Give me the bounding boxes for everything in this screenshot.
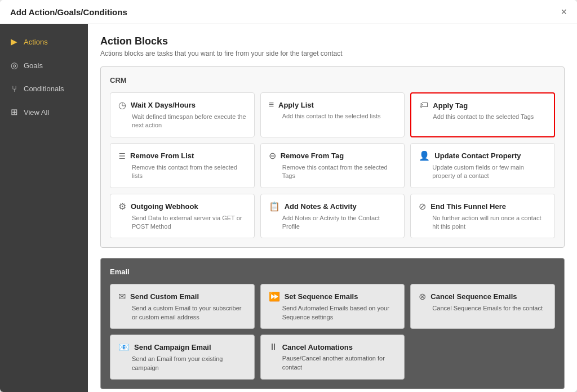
- outgoing-webhook-desc: Send Data to external server via GET or …: [118, 214, 246, 231]
- remove-list-title: Remove From List: [130, 152, 194, 160]
- add-notes-desc: Add Notes or Activity to the Contact Pro…: [269, 214, 397, 231]
- goals-icon: ◎: [9, 60, 19, 70]
- email-card-send-custom-email[interactable]: ✉Send Custom EmailSend a custom Email to…: [110, 284, 255, 329]
- email-grid: ✉Send Custom EmailSend a custom Email to…: [110, 284, 555, 380]
- update-contact-desc: Update custom fields or few main propert…: [419, 163, 547, 181]
- end-funnel-desc: No further action will run once a contac…: [419, 214, 547, 231]
- email-section: Email ✉Send Custom EmailSend a custom Em…: [100, 258, 565, 389]
- crm-card-remove-tag[interactable]: ⊖Remove From TagRemove this contact from…: [260, 143, 405, 188]
- update-contact-title: Update Contact Property: [434, 152, 521, 160]
- modal-container: Add Action/Goals/Conditions × ▶Actions◎G…: [0, 0, 577, 392]
- page-subtitle: Actions blocks are tasks that you want t…: [100, 50, 565, 57]
- wait-title: Wait X Days/Hours: [131, 101, 196, 109]
- crm-section-label: CRM: [110, 76, 555, 84]
- crm-card-apply-tag[interactable]: 🏷Apply TagAdd this contact to the select…: [410, 92, 555, 137]
- view-all-icon: ⊞: [9, 107, 19, 117]
- end-funnel-icon: ⊘: [419, 201, 426, 212]
- crm-section: CRM ◷Wait X Days/HoursWait defined times…: [100, 66, 565, 248]
- email-card-cancel-sequence[interactable]: ⊗Cancel Sequence EmailsCancel Sequence E…: [410, 284, 555, 329]
- sidebar-label-actions: Actions: [24, 38, 48, 46]
- outgoing-webhook-icon: ⚙: [118, 201, 126, 212]
- add-notes-title: Add Notes & Activity: [285, 202, 357, 211]
- crm-card-add-notes[interactable]: 📋Add Notes & ActivityAdd Notes or Activi…: [260, 194, 405, 239]
- email-card-send-campaign[interactable]: 📧Send Campaign EmailSend an Email from y…: [110, 335, 255, 380]
- wait-desc: Wait defined timespan before execute the…: [118, 113, 246, 130]
- crm-card-outgoing-webhook[interactable]: ⚙Outgoing WebhookSend Data to external s…: [110, 194, 255, 239]
- remove-tag-title: Remove From Tag: [281, 152, 344, 160]
- cancel-automations-title: Cancel Automations: [282, 343, 353, 351]
- add-notes-icon: 📋: [269, 201, 280, 212]
- modal-title: Add Action/Goals/Conditions: [10, 7, 127, 17]
- sidebar-label-goals: Goals: [24, 61, 43, 70]
- sidebar-label-conditionals: Conditionals: [24, 84, 64, 93]
- sidebar: ▶Actions◎Goals⑂Conditionals⊞View All: [0, 24, 88, 392]
- set-sequence-title: Set Sequence Emails: [285, 292, 358, 301]
- cancel-sequence-icon: ⊗: [419, 291, 426, 302]
- conditionals-icon: ⑂: [9, 84, 19, 93]
- apply-tag-desc: Add this contact to the selected Tags: [419, 113, 546, 121]
- cancel-sequence-desc: Cancel Sequence Emails for the contact: [419, 304, 547, 313]
- sidebar-item-view-all[interactable]: ⊞View All: [0, 100, 88, 124]
- sidebar-item-goals[interactable]: ◎Goals: [0, 54, 88, 77]
- update-contact-icon: 👤: [419, 150, 430, 161]
- crm-grid: ◷Wait X Days/HoursWait defined timespan …: [110, 92, 555, 238]
- sidebar-label-view-all: View All: [24, 108, 49, 117]
- remove-list-icon: ≣: [118, 150, 126, 161]
- wait-icon: ◷: [118, 100, 126, 110]
- crm-card-remove-list[interactable]: ≣Remove From ListRemove this contact fro…: [110, 143, 255, 188]
- send-campaign-icon: 📧: [118, 342, 130, 353]
- close-button[interactable]: ×: [561, 7, 567, 17]
- send-campaign-title: Send Campaign Email: [134, 343, 211, 351]
- apply-list-icon: ≡: [269, 100, 274, 110]
- email-section-label: Email: [110, 268, 555, 276]
- set-sequence-desc: Send Automated Emails based on your Sequ…: [269, 304, 397, 322]
- remove-list-desc: Remove this contact from the selected li…: [118, 163, 246, 181]
- crm-card-end-funnel[interactable]: ⊘End This Funnel HereNo further action w…: [410, 194, 555, 239]
- page-title: Action Blocks: [100, 35, 565, 47]
- sidebar-item-actions[interactable]: ▶Actions: [0, 30, 88, 54]
- send-custom-email-desc: Send a custom Email to your subscriber o…: [118, 304, 246, 322]
- send-custom-email-icon: ✉: [118, 291, 126, 302]
- send-custom-email-title: Send Custom Email: [130, 292, 199, 301]
- end-funnel-title: End This Funnel Here: [430, 202, 506, 211]
- send-campaign-desc: Send an Email from your existing campaig…: [118, 355, 246, 372]
- sidebar-item-conditionals[interactable]: ⑂Conditionals: [0, 77, 88, 100]
- apply-tag-icon: 🏷: [419, 100, 428, 110]
- cancel-sequence-title: Cancel Sequence Emails: [430, 292, 517, 301]
- apply-list-title: Apply List: [278, 101, 314, 109]
- crm-card-apply-list[interactable]: ≡Apply ListAdd this contact to the selec…: [260, 92, 405, 137]
- set-sequence-icon: ⏩: [269, 291, 280, 302]
- crm-card-wait[interactable]: ◷Wait X Days/HoursWait defined timespan …: [110, 92, 255, 137]
- remove-tag-desc: Remove this contact from the selected Ta…: [269, 163, 397, 181]
- outgoing-webhook-title: Outgoing Webhook: [131, 202, 198, 211]
- modal-body: ▶Actions◎Goals⑂Conditionals⊞View All Act…: [0, 24, 577, 392]
- apply-list-desc: Add this contact to the selected lists: [269, 112, 397, 121]
- modal-header: Add Action/Goals/Conditions ×: [0, 0, 577, 24]
- cancel-automations-icon: ⏸: [269, 342, 278, 352]
- cancel-automations-desc: Pause/Cancel another automation for cont…: [269, 354, 397, 372]
- actions-icon: ▶: [9, 37, 19, 47]
- crm-card-update-contact[interactable]: 👤Update Contact PropertyUpdate custom fi…: [410, 143, 555, 188]
- apply-tag-title: Apply Tag: [433, 101, 468, 110]
- content-area: Action Blocks Actions blocks are tasks t…: [88, 24, 577, 392]
- remove-tag-icon: ⊖: [269, 150, 276, 161]
- email-card-set-sequence[interactable]: ⏩Set Sequence EmailsSend Automated Email…: [260, 284, 405, 329]
- email-card-cancel-automations[interactable]: ⏸Cancel AutomationsPause/Cancel another …: [260, 335, 405, 380]
